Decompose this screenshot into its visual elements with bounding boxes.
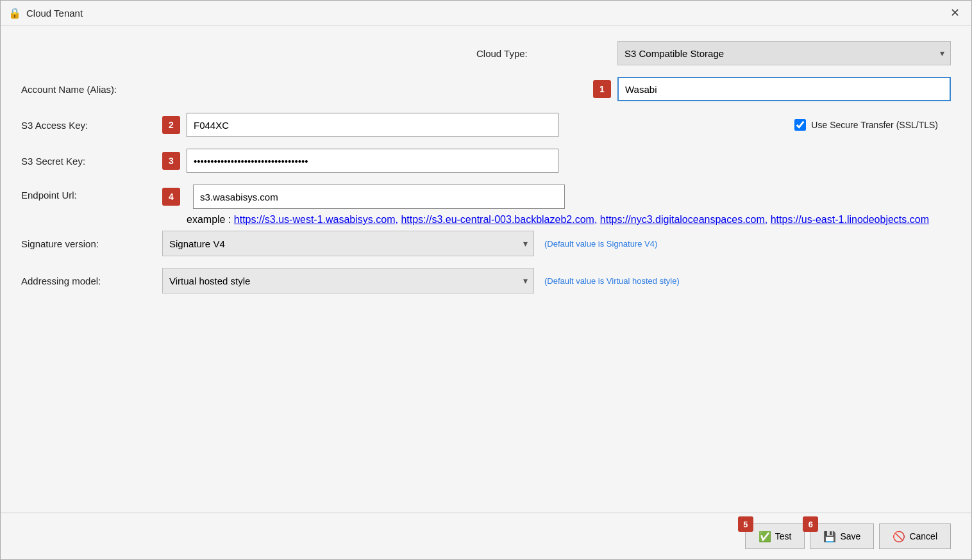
s3-secret-key-row: S3 Secret Key: 3 bbox=[21, 149, 951, 173]
save-btn-label: Save bbox=[840, 531, 860, 541]
dialog-content: Cloud Type: S3 Compatible Storage Amazon… bbox=[1, 26, 971, 513]
ssl-checkbox-area: Use Secure Transfer (SSL/TLS) bbox=[794, 119, 951, 131]
cloud-type-select-wrapper[interactable]: S3 Compatible Storage Amazon S3 Azure Bl… bbox=[617, 41, 951, 65]
s3-access-key-label: S3 Access Key: bbox=[21, 120, 162, 131]
step-6-badge: 6 bbox=[803, 516, 818, 532]
endpoint-url-label: Endpoint Url: bbox=[21, 185, 162, 201]
close-button[interactable]: ✕ bbox=[946, 6, 964, 20]
addressing-model-select-wrapper[interactable]: Virtual hosted style Path style ▾ bbox=[162, 268, 534, 293]
step-5-badge: 5 bbox=[738, 516, 753, 532]
example-url-4[interactable]: https://us-east-1.linodeobjects.com bbox=[771, 214, 929, 225]
dialog-icon: 🔒 bbox=[8, 6, 21, 19]
test-btn-label: Test bbox=[775, 531, 792, 541]
example-title: example : bbox=[187, 214, 231, 225]
signature-version-label: Signature version: bbox=[21, 238, 162, 249]
example-url-1[interactable]: https://s3.us-west-1.wasabisys.com, bbox=[234, 214, 398, 225]
account-name-control: 1 bbox=[162, 77, 951, 101]
step-3-badge: 3 bbox=[162, 152, 180, 170]
account-name-input[interactable] bbox=[617, 77, 951, 101]
test-button[interactable]: 5 ✅ Test bbox=[745, 523, 805, 549]
dialog-footer: 5 ✅ Test 6 💾 Save 🚫 Cancel bbox=[1, 513, 971, 559]
cancel-button[interactable]: 🚫 Cancel bbox=[879, 523, 951, 549]
title-bar: 🔒 Cloud Tenant ✕ bbox=[1, 1, 971, 26]
use-secure-transfer-label: Use Secure Transfer (SSL/TLS) bbox=[811, 120, 938, 130]
step-4-badge: 4 bbox=[162, 188, 180, 206]
save-icon: 💾 bbox=[823, 531, 836, 543]
test-icon: ✅ bbox=[758, 531, 771, 543]
cloud-type-row: Cloud Type: S3 Compatible Storage Amazon… bbox=[21, 41, 951, 65]
addressing-model-label: Addressing model: bbox=[21, 276, 162, 286]
dialog-title: Cloud Tenant bbox=[26, 8, 83, 19]
account-name-row: Account Name (Alias): 1 bbox=[21, 77, 951, 101]
addressing-model-row: Addressing model: Virtual hosted style P… bbox=[21, 268, 951, 293]
save-button[interactable]: 6 💾 Save bbox=[810, 523, 874, 549]
endpoint-url-input[interactable] bbox=[193, 185, 565, 209]
cancel-icon: 🚫 bbox=[892, 531, 905, 543]
s3-secret-key-label: S3 Secret Key: bbox=[21, 156, 162, 167]
cancel-btn-label: Cancel bbox=[909, 531, 937, 541]
endpoint-url-row: Endpoint Url: 4 example : https://s3.us-… bbox=[21, 185, 951, 226]
s3-secret-key-input[interactable] bbox=[187, 149, 558, 173]
addressing-model-select[interactable]: Virtual hosted style Path style bbox=[162, 268, 534, 293]
step-1-badge: 1 bbox=[593, 80, 611, 98]
addressing-model-hint: (Default value is Virtual hosted style) bbox=[544, 276, 680, 286]
endpoint-examples: example : https://s3.us-west-1.wasabisys… bbox=[187, 214, 929, 226]
cloud-tenant-dialog: 🔒 Cloud Tenant ✕ Cloud Type: S3 Compatib… bbox=[0, 0, 972, 560]
s3-access-key-input[interactable] bbox=[187, 113, 558, 137]
signature-version-hint: (Default value is Signature V4) bbox=[544, 239, 657, 249]
endpoint-input-row: 4 bbox=[162, 185, 929, 209]
endpoint-right: 4 example : https://s3.us-west-1.wasabis… bbox=[162, 185, 929, 226]
example-url-3[interactable]: https://nyc3.digitaloceanspaces.com, bbox=[600, 214, 767, 225]
example-url-2[interactable]: https://s3.eu-central-003.backblazeb2.co… bbox=[401, 214, 597, 225]
account-name-label: Account Name (Alias): bbox=[21, 84, 162, 95]
signature-version-select[interactable]: Signature V4 Signature V2 bbox=[162, 231, 534, 256]
cloud-type-select[interactable]: S3 Compatible Storage Amazon S3 Azure Bl… bbox=[617, 41, 951, 65]
cloud-type-label: Cloud Type: bbox=[476, 48, 617, 59]
use-secure-transfer-checkbox[interactable] bbox=[794, 119, 806, 131]
s3-access-key-row: S3 Access Key: 2 Use Secure Transfer (SS… bbox=[21, 113, 951, 137]
signature-version-row: Signature version: Signature V4 Signatur… bbox=[21, 231, 951, 256]
title-bar-left: 🔒 Cloud Tenant bbox=[8, 6, 83, 19]
signature-version-select-wrapper[interactable]: Signature V4 Signature V2 ▾ bbox=[162, 231, 534, 256]
step-2-badge: 2 bbox=[162, 116, 180, 134]
